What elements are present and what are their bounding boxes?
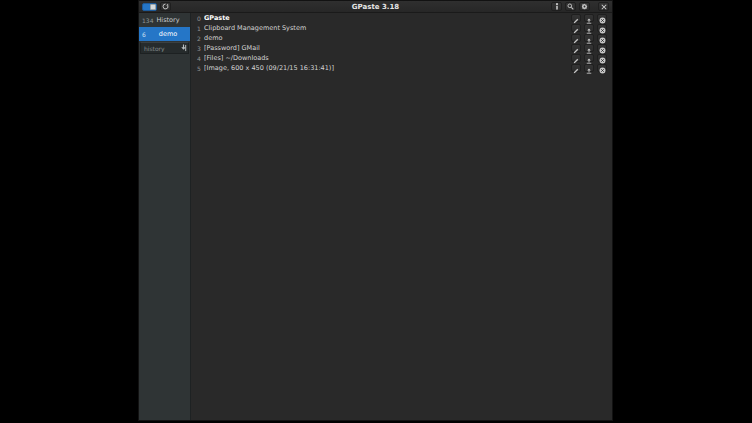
list-item-label: GPaste bbox=[204, 14, 567, 22]
gpaste-window: GPaste 3.18 bbox=[138, 0, 613, 421]
headerbar-right bbox=[551, 2, 609, 11]
headerbar: GPaste 3.18 bbox=[139, 1, 612, 13]
delete-item-button[interactable] bbox=[597, 64, 607, 72]
restart-daemon-button[interactable] bbox=[160, 2, 171, 11]
list-item[interactable]: 0 GPaste bbox=[191, 13, 612, 23]
list-item[interactable]: 3 [Password] GMail bbox=[191, 43, 612, 53]
info-icon bbox=[554, 3, 560, 10]
add-history-icon[interactable] bbox=[178, 44, 188, 52]
list-item-index: 0 bbox=[197, 15, 204, 22]
window-close-button[interactable] bbox=[598, 2, 609, 11]
headerbar-left bbox=[142, 2, 171, 11]
delete-icon bbox=[599, 59, 606, 78]
list-item[interactable]: 1 Clipboard Management System bbox=[191, 23, 612, 33]
upload-item-button[interactable] bbox=[584, 64, 594, 72]
list-item[interactable]: 4 [Files] ~/Downloads bbox=[191, 53, 612, 63]
settings-button[interactable] bbox=[579, 2, 590, 11]
list-item-label: [Password] GMail bbox=[204, 44, 567, 52]
list-item[interactable]: 5 [Image, 600 x 450 (09/21/15 16:31:41)] bbox=[191, 63, 612, 73]
sidebar-history-item[interactable]: 134 History bbox=[139, 13, 190, 27]
clipboard-item-list: 0 GPaste 1 Clipboard Management System bbox=[191, 13, 612, 420]
tracking-switch[interactable] bbox=[142, 3, 157, 11]
list-item-index: 5 bbox=[197, 65, 204, 72]
new-history-field bbox=[140, 42, 189, 54]
settings-icon bbox=[581, 3, 588, 10]
list-item-label: [Image, 600 x 450 (09/21/15 16:31:41)] bbox=[204, 64, 567, 72]
window-body: 134 History 6 demo 0 GPaste bbox=[139, 13, 612, 420]
list-item-index: 1 bbox=[197, 25, 204, 32]
list-item-index: 4 bbox=[197, 55, 204, 62]
list-item-index: 3 bbox=[197, 45, 204, 52]
list-item-label: demo bbox=[204, 34, 567, 42]
history-rows: 134 History 6 demo bbox=[139, 13, 190, 41]
switch-knob bbox=[150, 4, 156, 10]
history-count: 6 bbox=[139, 31, 152, 38]
sidebar-history-item[interactable]: 6 demo bbox=[139, 27, 190, 41]
upload-icon bbox=[586, 59, 592, 78]
list-item-label: Clipboard Management System bbox=[204, 24, 567, 32]
search-button[interactable] bbox=[565, 2, 576, 11]
search-icon bbox=[567, 3, 574, 10]
edit-item-button[interactable] bbox=[571, 64, 581, 72]
histories-sidebar: 134 History 6 demo bbox=[139, 13, 191, 420]
list-item[interactable]: 2 demo bbox=[191, 33, 612, 43]
about-button[interactable] bbox=[551, 2, 562, 11]
window-title: GPaste 3.18 bbox=[139, 3, 612, 11]
new-history-input[interactable] bbox=[141, 45, 178, 52]
history-label: demo bbox=[152, 30, 190, 38]
close-icon bbox=[601, 4, 607, 10]
refresh-icon bbox=[162, 3, 169, 10]
history-label: History bbox=[152, 16, 190, 24]
list-item-index: 2 bbox=[197, 35, 204, 42]
row-actions bbox=[571, 64, 607, 72]
history-count: 134 bbox=[139, 17, 152, 24]
list-item-label: [Files] ~/Downloads bbox=[204, 54, 567, 62]
edit-icon bbox=[573, 59, 579, 78]
